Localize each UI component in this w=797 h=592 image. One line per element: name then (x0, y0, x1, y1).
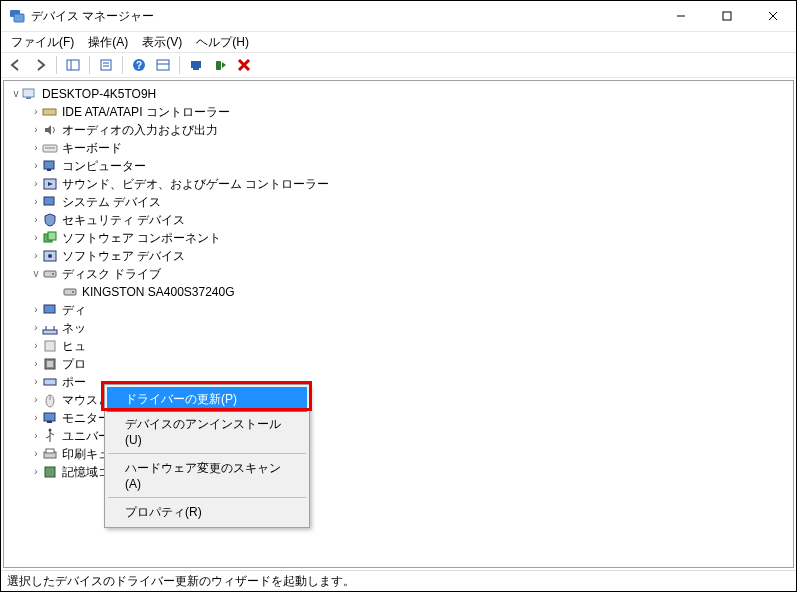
tree-item-audio[interactable]: › オーディオの入力および出力 (30, 121, 329, 139)
display-icon (42, 302, 58, 318)
toolbar-separator (179, 56, 180, 74)
toolbar-separator (56, 56, 57, 74)
expand-toggle-icon[interactable]: › (30, 139, 42, 157)
menu-bar: ファイル(F) 操作(A) 表示(V) ヘルプ(H) (1, 32, 796, 52)
svg-rect-13 (157, 60, 169, 70)
disk-category-icon (42, 266, 58, 282)
disable-device-button[interactable] (233, 55, 255, 75)
expand-toggle-icon[interactable]: › (30, 337, 42, 355)
computer-icon (42, 158, 58, 174)
toolbar-separator (89, 56, 90, 74)
tree-item-sound-video-game[interactable]: › サウンド、ビデオ、およびゲーム コントローラー (30, 175, 329, 193)
expand-toggle-icon[interactable]: › (30, 193, 42, 211)
app-icon (9, 8, 25, 24)
help-button[interactable]: ? (128, 55, 150, 75)
tree-item-label: ソフトウェア コンポーネント (62, 229, 221, 247)
cm-scan-hardware[interactable]: ハードウェア変更のスキャン(A) (107, 456, 307, 495)
svg-rect-1 (14, 14, 24, 22)
tree-item-sw-component[interactable]: › ソフトウェア コンポーネント (30, 229, 329, 247)
tree-item-keyboard[interactable]: › キーボード (30, 139, 329, 157)
maximize-button[interactable] (704, 2, 750, 30)
audio-icon (42, 122, 58, 138)
cm-properties[interactable]: プロパティ(R) (107, 500, 307, 525)
menu-action[interactable]: 操作(A) (82, 32, 134, 53)
expand-toggle-icon[interactable]: › (30, 247, 42, 265)
tree-item-hid[interactable]: › ヒュ (30, 337, 329, 355)
expand-toggle-icon[interactable]: › (30, 211, 42, 229)
tree-item-computer[interactable]: › コンピューター (30, 157, 329, 175)
cm-update-driver[interactable]: ドライバーの更新(P) (107, 387, 307, 412)
svg-rect-22 (43, 109, 56, 115)
svg-rect-42 (45, 341, 55, 351)
svg-rect-15 (191, 61, 201, 68)
expand-toggle-icon[interactable]: › (30, 409, 42, 427)
expand-toggle-icon[interactable]: › (30, 229, 42, 247)
uninstall-device-button[interactable] (209, 55, 231, 75)
expand-toggle-icon[interactable]: › (30, 319, 42, 337)
svg-rect-36 (64, 289, 76, 295)
svg-rect-29 (44, 197, 54, 205)
expand-toggle-icon[interactable]: › (30, 121, 42, 139)
expand-toggle-icon[interactable]: v (30, 265, 42, 283)
update-driver-button[interactable] (185, 55, 207, 75)
svg-rect-53 (45, 467, 55, 477)
menu-help[interactable]: ヘルプ(H) (190, 32, 255, 53)
sw-device-icon (42, 248, 58, 264)
expand-toggle-icon[interactable]: › (30, 157, 42, 175)
expand-toggle-icon[interactable]: › (30, 355, 42, 373)
tree-item-ide[interactable]: › IDE ATA/ATAPI コントローラー (30, 103, 329, 121)
tree-item-label: モニター (62, 409, 110, 427)
expand-toggle-icon[interactable]: › (30, 373, 42, 391)
show-hide-tree-button[interactable] (62, 55, 84, 75)
tree-item-system[interactable]: › システム デバイス (30, 193, 329, 211)
expand-toggle-icon[interactable]: › (30, 301, 42, 319)
cm-separator (108, 453, 306, 454)
svg-rect-34 (44, 271, 56, 277)
close-button[interactable] (750, 2, 796, 30)
tree-item-processor[interactable]: › プロ (30, 355, 329, 373)
svg-rect-26 (47, 169, 51, 171)
expand-toggle-icon[interactable]: › (30, 391, 42, 409)
svg-rect-21 (26, 97, 31, 99)
tree-item-display[interactable]: › ディ (30, 301, 329, 319)
svg-point-37 (72, 291, 74, 293)
tree-root[interactable]: v DESKTOP-4K5TO9H (10, 85, 329, 103)
svg-rect-20 (23, 89, 34, 97)
tree-item-security[interactable]: › セキュリティ デバイス (30, 211, 329, 229)
tree-item-network[interactable]: › ネッ (30, 319, 329, 337)
hid-icon (42, 338, 58, 354)
expand-toggle-icon[interactable]: › (30, 463, 42, 481)
cpu-icon (42, 356, 58, 372)
expand-toggle-icon[interactable]: › (30, 103, 42, 121)
spacer (50, 283, 62, 301)
menu-view[interactable]: 表示(V) (136, 32, 188, 53)
svg-rect-39 (43, 330, 57, 334)
tree-item-label: プロ (62, 355, 86, 373)
cm-uninstall-device[interactable]: デバイスのアンインストール(U) (107, 412, 307, 451)
minimize-button[interactable] (658, 2, 704, 30)
status-text: 選択したデバイスのドライバー更新のウィザードを起動します。 (7, 573, 355, 590)
tree-item-label: キーボード (62, 139, 122, 157)
svg-rect-44 (47, 361, 53, 367)
usb-icon (42, 428, 58, 444)
expand-toggle-icon[interactable]: › (30, 445, 42, 463)
tree-item-label: サウンド、ビデオ、およびゲーム コントローラー (62, 175, 329, 193)
content-area: v DESKTOP-4K5TO9H › IDE ATA/ATAPI コントローラ… (3, 80, 794, 568)
media-icon (42, 176, 58, 192)
expand-toggle-icon[interactable]: › (30, 427, 42, 445)
tree-item-disk[interactable]: v ディスク ドライブ (30, 265, 329, 283)
expand-toggle-icon[interactable]: › (30, 175, 42, 193)
properties-button[interactable] (95, 55, 117, 75)
nav-back-button[interactable] (5, 55, 27, 75)
window-title: デバイス マネージャー (31, 8, 658, 25)
scan-hardware-button[interactable] (152, 55, 174, 75)
menu-file[interactable]: ファイル(F) (5, 32, 80, 53)
storage-icon (42, 464, 58, 480)
tree-item-disk-device[interactable]: KINGSTON SA400S37240G (50, 283, 329, 301)
tree-item-label: コンピューター (62, 157, 146, 175)
tree-item-sw-device[interactable]: › ソフトウェア デバイス (30, 247, 329, 265)
expand-toggle-icon[interactable]: v (10, 85, 22, 103)
nav-forward-button[interactable] (29, 55, 51, 75)
tree-item-label: ディスク ドライブ (62, 265, 161, 283)
svg-rect-6 (67, 60, 79, 70)
